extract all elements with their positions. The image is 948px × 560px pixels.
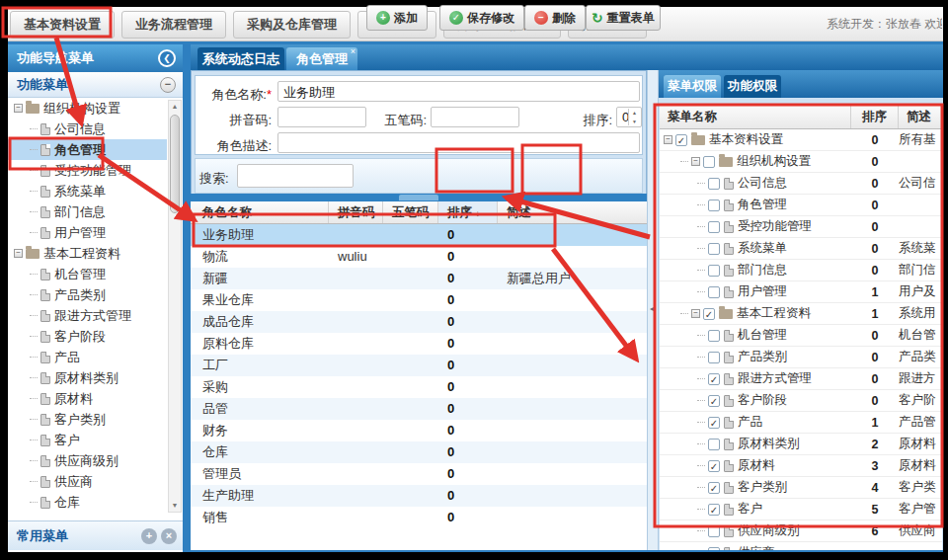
add-button[interactable]: +添加 (366, 5, 428, 31)
role-table-row[interactable]: 品管0 (191, 398, 647, 420)
tab-menu-permissions[interactable]: 菜单权限 (664, 75, 721, 98)
permission-row[interactable]: 供应商级别6供应商 (660, 520, 942, 542)
sidebar-section-header[interactable]: 功能菜单 − (8, 72, 183, 98)
sidebar-tree-item[interactable]: 客户类别 (8, 409, 167, 430)
tab-system-log[interactable]: 系统动态日志 (198, 47, 284, 70)
tree-toggle-icon[interactable]: − (14, 249, 23, 258)
permission-checkbox[interactable]: ✓ (708, 417, 720, 429)
permission-row[interactable]: 公司信息0公司信 (660, 173, 942, 195)
permission-checkbox[interactable]: ✓ (708, 482, 720, 494)
sidebar-tree-item[interactable]: 用户管理 (8, 222, 167, 243)
permission-checkbox[interactable] (708, 243, 720, 255)
tree-toggle-icon[interactable]: − (664, 135, 672, 144)
sidebar-tree-item[interactable]: 跟进方式管理 (8, 305, 167, 326)
sidebar-tree-item[interactable]: 供应商 (8, 471, 167, 492)
sidebar-tree-item[interactable]: 系统菜单 (8, 181, 167, 201)
permission-row[interactable]: 系统菜单0系统菜 (660, 238, 942, 260)
perm-column-menu-name[interactable]: 菜单名称 (660, 106, 851, 128)
sort-spinner[interactable]: 0 ▲▼ (616, 107, 642, 127)
sidebar-tree-item[interactable]: 原材料类别 (8, 367, 167, 388)
sidebar-tree-item[interactable]: 仓库 (8, 492, 167, 513)
role-table-row[interactable]: 财务0 (191, 420, 647, 441)
pinyin-input[interactable] (277, 107, 366, 127)
column-header-sort[interactable]: 排序 ↓ (438, 201, 498, 223)
sidebar-tree-item[interactable]: 供应商级别 (8, 450, 167, 471)
column-header-wubi[interactable]: 五笔码 (383, 201, 438, 223)
permission-checkbox[interactable]: ✓ (708, 373, 720, 385)
permission-row[interactable]: 机台管理0机台管 (660, 325, 942, 347)
permission-checkbox[interactable]: ✓ (708, 504, 720, 516)
sidebar-tree-item[interactable]: 客户 (8, 430, 167, 450)
sidebar-tree-item[interactable]: 客户阶段 (8, 326, 167, 347)
spinner-arrows-icon[interactable]: ▲▼ (628, 109, 640, 125)
permission-row[interactable]: 产品类别0产品类 (660, 347, 942, 368)
sidebar-tree-item[interactable]: 公司信息 (8, 119, 167, 139)
sidebar-tree-item[interactable]: −基本工程资料 (8, 243, 167, 264)
permission-checkbox[interactable] (708, 178, 720, 190)
save-button[interactable]: ✓保存修改 (439, 5, 524, 31)
permission-row[interactable]: 供应商 (660, 542, 942, 550)
permission-row[interactable]: 原材料类别2原材料 (660, 434, 942, 455)
tab-function-permissions[interactable]: 功能权限 (724, 75, 781, 98)
scroll-up-icon[interactable]: ▲ (169, 101, 181, 113)
role-table-row[interactable]: 生产助理0 (191, 485, 647, 507)
sidebar-tree-item[interactable]: 产品类别 (8, 284, 167, 305)
permission-row[interactable]: −✓基本资料设置0所有基 (660, 129, 942, 151)
sidebar-tree-item[interactable]: 机台管理 (8, 264, 167, 284)
sidebar-tree-item[interactable]: 部门信息 (8, 201, 167, 222)
sidebar-collapse-icon[interactable]: ❮ (158, 49, 176, 67)
tab-role-management[interactable]: 角色管理 × (286, 47, 357, 70)
top-menu-item[interactable]: 采购及仓库管理 (233, 11, 351, 39)
permission-checkbox[interactable]: ✓ (703, 308, 715, 320)
delete-button[interactable]: −删除 (524, 5, 586, 31)
role-table-row[interactable]: 工厂0 (191, 355, 647, 376)
permission-row[interactable]: ✓客户5客户管 (660, 499, 942, 520)
tree-toggle-icon[interactable]: − (14, 104, 23, 113)
permission-checkbox[interactable] (703, 156, 715, 168)
sidebar-tree-item[interactable]: 角色管理 (8, 139, 167, 160)
perm-column-desc[interactable]: 简述 (899, 106, 942, 128)
scroll-down-icon[interactable]: ▼ (169, 500, 181, 512)
search-input[interactable] (237, 164, 354, 188)
permission-row[interactable]: ✓原材料3原材料 (660, 455, 942, 477)
reset-button[interactable]: ↻重置表单 (586, 5, 661, 31)
add-favorite-icon[interactable]: + (141, 528, 157, 544)
horizontal-splitter[interactable] (191, 194, 647, 201)
permission-checkbox[interactable] (708, 330, 720, 342)
collapse-minus-icon[interactable]: − (160, 77, 176, 93)
clear-favorite-icon[interactable]: × (161, 528, 177, 544)
role-table-row[interactable]: 管理员0 (191, 463, 647, 485)
permission-row[interactable]: 部门信息0部门信 (660, 260, 942, 281)
role-table-row[interactable]: 原料仓库0 (191, 333, 647, 355)
scrollbar-thumb[interactable] (170, 115, 180, 213)
column-header-name[interactable]: 角色名称 (194, 201, 329, 223)
permission-row[interactable]: ✓跟进方式管理0跟进方 (660, 368, 942, 390)
permission-checkbox[interactable]: ✓ (708, 460, 720, 472)
role-table-row[interactable]: 采购0 (191, 376, 647, 398)
permission-checkbox[interactable] (708, 439, 720, 450)
sidebar-tree-item[interactable]: 产品 (8, 347, 167, 367)
role-name-input[interactable]: 业务助理 (277, 81, 640, 102)
permission-checkbox[interactable] (708, 352, 720, 363)
role-table-row[interactable]: 果业仓库0 (191, 289, 647, 311)
top-menu-item[interactable]: 业务流程管理 (121, 11, 226, 39)
permission-checkbox[interactable] (708, 265, 720, 277)
role-table-row[interactable]: 成品仓库0 (191, 311, 647, 333)
role-table-row[interactable]: 仓库0 (191, 441, 647, 463)
vertical-splitter[interactable]: ◂ (647, 70, 659, 550)
permission-checkbox[interactable] (708, 525, 720, 537)
permission-row[interactable]: 受控功能管理0 (660, 216, 942, 238)
wubi-input[interactable] (431, 107, 519, 127)
permission-row[interactable]: 角色管理0 (660, 195, 942, 216)
permission-checkbox[interactable] (708, 221, 720, 233)
permission-checkbox[interactable] (708, 547, 720, 551)
sidebar-tree-item[interactable]: −组织机构设置 (8, 98, 167, 119)
permission-checkbox[interactable]: ✓ (675, 134, 687, 146)
column-header-pinyin[interactable]: 拼音码 (329, 201, 383, 223)
permission-row[interactable]: 用户管理1用户及 (660, 281, 942, 303)
permission-row[interactable]: −组织机构设置0 (660, 151, 942, 173)
permission-row[interactable]: ✓客户类别4客户类 (660, 477, 942, 499)
role-table-row[interactable]: 销售0 (191, 507, 647, 528)
splitter-grip[interactable] (399, 195, 438, 200)
column-header-desc[interactable]: 简述 (498, 201, 647, 223)
